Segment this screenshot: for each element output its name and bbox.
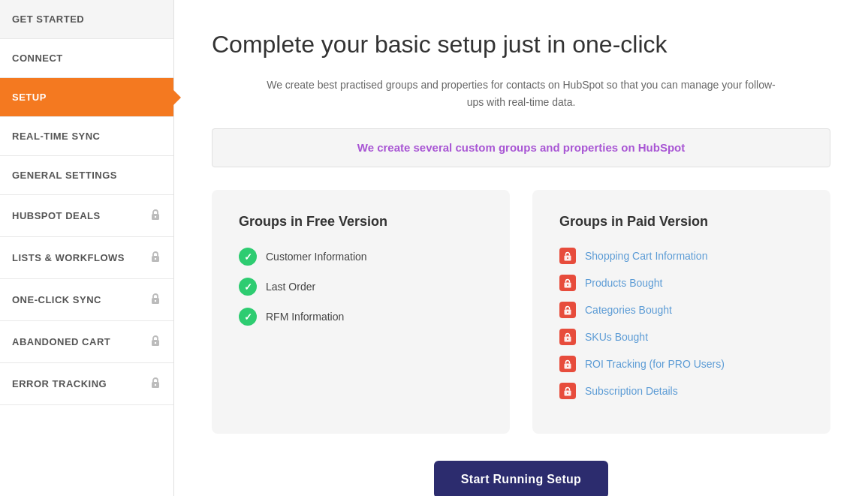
sidebar-item-label-general-settings: GENERAL SETTINGS bbox=[12, 170, 117, 181]
paid-item-label: Categories Bought bbox=[585, 304, 672, 316]
lock-badge-icon bbox=[559, 356, 576, 372]
svg-point-13 bbox=[567, 284, 568, 286]
paid-card-title: Groups in Paid Version bbox=[559, 214, 803, 230]
sidebar-item-label-setup: SETUP bbox=[12, 92, 47, 103]
sidebar-item-label-connect: CONNECT bbox=[12, 53, 63, 64]
sidebar-item-abandoned-cart[interactable]: ABANDONED CART bbox=[0, 321, 173, 363]
sidebar: GET STARTEDCONNECTSETUPREAL-TIME SYNCGEN… bbox=[0, 0, 174, 496]
banner-text: We create several custom groups and prop… bbox=[357, 141, 686, 154]
free-items: Customer InformationLast OrderRFM Inform… bbox=[239, 248, 483, 326]
svg-point-11 bbox=[567, 257, 568, 259]
lock-badge-icon bbox=[559, 329, 576, 345]
paid-item-label: ROI Tracking (for PRO Users) bbox=[585, 358, 725, 370]
lock-icon-lists-workflows bbox=[149, 251, 161, 265]
subtitle: We create best practised groups and prop… bbox=[258, 77, 784, 110]
lock-badge-icon bbox=[559, 383, 576, 399]
svg-point-7 bbox=[155, 342, 156, 344]
cards-row: Groups in Free Version Customer Informat… bbox=[212, 190, 830, 434]
paid-item: Products Bought bbox=[559, 275, 803, 291]
sidebar-item-general-settings[interactable]: GENERAL SETTINGS bbox=[0, 156, 173, 195]
paid-item-label: Subscription Details bbox=[585, 385, 678, 397]
free-item-label: Customer Information bbox=[266, 251, 367, 263]
paid-card: Groups in Paid Version Shopping Cart Inf… bbox=[532, 190, 830, 434]
svg-point-5 bbox=[155, 300, 156, 302]
sidebar-item-label-one-click-sync: ONE-CLICK SYNC bbox=[12, 294, 101, 305]
svg-point-19 bbox=[567, 365, 568, 367]
svg-point-15 bbox=[567, 311, 568, 313]
svg-point-3 bbox=[155, 258, 156, 260]
sidebar-item-get-started[interactable]: GET STARTED bbox=[0, 0, 173, 39]
sidebar-item-connect[interactable]: CONNECT bbox=[0, 39, 173, 78]
free-item-label: RFM Information bbox=[266, 311, 344, 323]
lock-icon-error-tracking bbox=[149, 377, 161, 391]
paid-item: Shopping Cart Information bbox=[559, 248, 803, 264]
sidebar-item-label-hubspot-deals: HUBSPOT DEALS bbox=[12, 210, 101, 221]
paid-item-label: SKUs Bought bbox=[585, 331, 648, 343]
paid-item: Subscription Details bbox=[559, 383, 803, 399]
lock-icon-one-click-sync bbox=[149, 293, 161, 307]
svg-point-1 bbox=[155, 216, 156, 218]
start-running-setup-button[interactable]: Start Running Setup bbox=[434, 461, 608, 496]
sidebar-item-label-abandoned-cart: ABANDONED CART bbox=[12, 336, 110, 347]
lock-badge-icon bbox=[559, 302, 576, 318]
lock-icon-hubspot-deals bbox=[149, 209, 161, 223]
sidebar-item-lists-workflows[interactable]: LISTS & WORKFLOWS bbox=[0, 237, 173, 279]
sidebar-item-real-time-sync[interactable]: REAL-TIME SYNC bbox=[0, 117, 173, 156]
sidebar-item-label-get-started: GET STARTED bbox=[12, 14, 84, 25]
lock-badge-icon bbox=[559, 275, 576, 291]
svg-point-17 bbox=[567, 338, 568, 340]
free-card: Groups in Free Version Customer Informat… bbox=[212, 190, 510, 434]
check-icon bbox=[239, 248, 257, 266]
free-item: RFM Information bbox=[239, 308, 483, 326]
paid-items: Shopping Cart Information Products Bough… bbox=[559, 248, 803, 399]
main-content: Complete your basic setup just in one-cl… bbox=[174, 0, 868, 496]
sidebar-item-label-lists-workflows: LISTS & WORKFLOWS bbox=[12, 252, 125, 263]
paid-item: SKUs Bought bbox=[559, 329, 803, 345]
highlight-banner: We create several custom groups and prop… bbox=[212, 128, 830, 167]
lock-badge-icon bbox=[559, 248, 576, 264]
check-icon bbox=[239, 278, 257, 296]
free-card-title: Groups in Free Version bbox=[239, 214, 483, 230]
paid-item-label: Shopping Cart Information bbox=[585, 250, 707, 262]
sidebar-item-setup[interactable]: SETUP bbox=[0, 78, 173, 117]
free-item: Customer Information bbox=[239, 248, 483, 266]
free-item: Last Order bbox=[239, 278, 483, 296]
page-title: Complete your basic setup just in one-cl… bbox=[212, 30, 830, 59]
svg-point-21 bbox=[567, 392, 568, 394]
sidebar-item-label-real-time-sync: REAL-TIME SYNC bbox=[12, 131, 101, 142]
sidebar-item-error-tracking[interactable]: ERROR TRACKING bbox=[0, 363, 173, 405]
lock-icon-abandoned-cart bbox=[149, 335, 161, 349]
paid-item-label: Products Bought bbox=[585, 277, 663, 289]
paid-item: ROI Tracking (for PRO Users) bbox=[559, 356, 803, 372]
check-icon bbox=[239, 308, 257, 326]
free-item-label: Last Order bbox=[266, 281, 315, 293]
paid-item: Categories Bought bbox=[559, 302, 803, 318]
sidebar-item-label-error-tracking: ERROR TRACKING bbox=[12, 378, 107, 389]
sidebar-item-one-click-sync[interactable]: ONE-CLICK SYNC bbox=[0, 279, 173, 321]
svg-point-9 bbox=[155, 384, 156, 386]
sidebar-item-hubspot-deals[interactable]: HUBSPOT DEALS bbox=[0, 195, 173, 237]
